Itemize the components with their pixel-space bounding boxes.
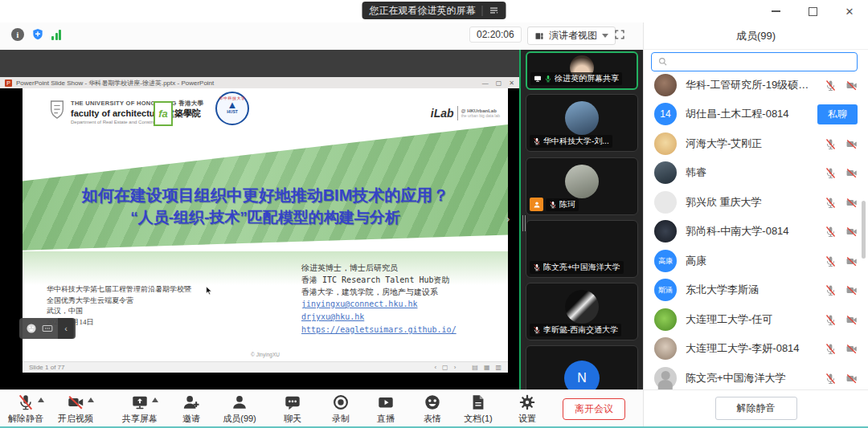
mic-muted-icon bbox=[825, 373, 837, 385]
video-tile[interactable]: 李昕懿-西南交通大学 bbox=[526, 283, 638, 340]
member-name: 郭兴欣 重庆大学 bbox=[686, 195, 762, 210]
video-tile[interactable]: 陈文亮+中国海洋大学 bbox=[526, 220, 638, 278]
minimize-button[interactable] bbox=[757, 0, 794, 22]
presentation-slide: THE UNIVERSITY OF HONG KONG 香港大學 faculty… bbox=[23, 88, 508, 361]
camera-off-icon bbox=[845, 197, 858, 209]
member-row[interactable]: 郭尚科-中南大学-0814 bbox=[644, 217, 868, 246]
member-status-icons bbox=[825, 284, 858, 296]
hku-faculty: faculty of architecture 建築學院 bbox=[71, 108, 203, 120]
tile-label: 徐进英的屏幕共享 bbox=[530, 72, 622, 85]
email-link[interactable]: jinyingxu@connect.hku.hk bbox=[301, 298, 457, 311]
camera-off-icon bbox=[67, 393, 84, 411]
chevron-up-icon[interactable] bbox=[38, 397, 44, 402]
avatar: 14 bbox=[654, 103, 677, 125]
collapse-toolbar-handle[interactable]: ‹ bbox=[58, 318, 74, 339]
member-status-icons bbox=[825, 343, 858, 355]
mic-muted-icon bbox=[825, 167, 837, 179]
banner-menu-icon[interactable] bbox=[489, 6, 499, 15]
view-grid-icon[interactable]: ▦ bbox=[484, 364, 490, 371]
prev-slide-icon[interactable]: ‹ bbox=[434, 364, 436, 371]
mic-muted-icon bbox=[17, 393, 35, 411]
member-status-icons bbox=[825, 314, 858, 326]
ilab-name: iLab bbox=[431, 107, 454, 120]
slide-title-line2: “人员-组织-技术”匹配模型的构建与分析 bbox=[23, 207, 508, 228]
info-icon[interactable]: i bbox=[11, 28, 24, 41]
member-row[interactable]: 郭兴欣 重庆大学 bbox=[644, 188, 868, 217]
tile-label: 华中科技大学-刘... bbox=[530, 135, 612, 148]
next-slide-icon[interactable]: › bbox=[454, 364, 457, 371]
emoji-tool-icon[interactable] bbox=[26, 323, 37, 334]
unmute-all-button[interactable]: 解除静音 bbox=[715, 397, 797, 420]
toolbar-live-button[interactable]: 直播 bbox=[368, 393, 403, 425]
video-tile[interactable]: 华中科技大学-刘... bbox=[526, 94, 638, 152]
toolbar-emoji-button[interactable]: 表情 bbox=[415, 393, 450, 425]
camera-off-icon bbox=[845, 314, 858, 326]
members-panel-footer: 解除静音 bbox=[643, 389, 868, 426]
search-input[interactable] bbox=[673, 56, 851, 67]
avatar bbox=[654, 191, 677, 214]
chevron-up-icon[interactable] bbox=[88, 397, 94, 402]
keyboard-tool-icon[interactable] bbox=[42, 323, 53, 334]
bottom-toolbar: 解除静音 开启视频 共享屏幕 邀请 成员(99) 聊天 录制 直播 bbox=[0, 389, 643, 428]
member-row[interactable]: 大连理工大学-李妍-0814 bbox=[644, 334, 868, 363]
toolbar-docs-button[interactable]: 文档(1) bbox=[458, 393, 498, 425]
mic-muted-icon bbox=[825, 138, 837, 150]
toolbar-unmute-button[interactable]: 解除静音 bbox=[5, 393, 47, 425]
event-line: 全国优秀大学生云端夏令营 bbox=[47, 296, 191, 307]
member-search-box[interactable] bbox=[651, 52, 858, 71]
member-row[interactable]: 斯涵 东北大学李斯涵 bbox=[644, 275, 868, 304]
website-link[interactable]: https://eagletsuimars.github.io/ bbox=[301, 324, 457, 336]
hust-seal-sub: HUST bbox=[217, 109, 248, 114]
member-row[interactable]: 河海大学-艾刚正 bbox=[644, 129, 868, 158]
toolbar-members-button[interactable]: 成员(99) bbox=[217, 393, 262, 425]
shield-icon[interactable] bbox=[31, 28, 44, 41]
maximize-button[interactable] bbox=[794, 0, 831, 22]
member-name: 郭尚科-中南大学-0814 bbox=[686, 224, 789, 238]
view-normal-icon[interactable]: ▤ bbox=[472, 364, 478, 371]
video-tile[interactable]: 陈珂 bbox=[526, 157, 638, 215]
annotation-toolbar: ‹ bbox=[19, 318, 76, 339]
toolbar-chat-button[interactable]: 聊天 bbox=[275, 393, 310, 425]
network-signal-icon[interactable] bbox=[51, 30, 61, 40]
close-button[interactable]: ✕ bbox=[831, 0, 868, 22]
email-link[interactable]: drjyxu@hku.hk bbox=[301, 311, 457, 324]
slide-menu-icon[interactable]: ▢ bbox=[442, 364, 448, 371]
tile-name: 陈文亮+中国海洋大学 bbox=[543, 262, 620, 273]
avatar bbox=[654, 308, 677, 331]
view-mode-button[interactable]: 演讲者视图 bbox=[527, 26, 616, 45]
toolbar-invite-button[interactable]: 邀请 bbox=[174, 393, 209, 425]
private-chat-button[interactable]: 私聊 bbox=[817, 104, 858, 124]
member-row[interactable]: 华科-工管研究所-19级硕士-张佳乐 bbox=[644, 71, 868, 100]
toolbar-settings-button[interactable]: 设置 bbox=[510, 393, 545, 425]
scrollbar[interactable] bbox=[862, 201, 866, 259]
chevron-up-icon[interactable] bbox=[152, 397, 158, 402]
fullscreen-button[interactable] bbox=[614, 29, 625, 40]
speaker-line: 香港 ITC Research Talent Hub资助 bbox=[301, 274, 457, 286]
mic-muted-icon bbox=[533, 326, 541, 334]
member-row[interactable]: 陈文亮+中国海洋大学 bbox=[644, 364, 868, 389]
member-row[interactable]: 大连理工大学-任可 bbox=[644, 305, 868, 334]
toolbar-start-video-button[interactable]: 开启视频 bbox=[55, 393, 96, 425]
leave-meeting-button[interactable]: 离开会议 bbox=[563, 398, 625, 420]
toolbar-record-button[interactable]: 录制 bbox=[323, 393, 358, 425]
view-read-icon[interactable]: ▥ bbox=[495, 364, 502, 371]
mic-muted-icon bbox=[549, 201, 557, 209]
tile-name: 华中科技大学-刘... bbox=[543, 136, 609, 147]
person-icon bbox=[231, 393, 248, 411]
invite-person-icon bbox=[182, 393, 200, 411]
toolbar-share-screen-button[interactable]: 共享屏幕 bbox=[117, 393, 162, 425]
member-row[interactable]: 韩睿 bbox=[644, 158, 868, 187]
mic-on-icon bbox=[544, 75, 552, 83]
mic-muted-icon bbox=[825, 226, 837, 238]
hku-crest-icon bbox=[48, 100, 66, 120]
member-row[interactable]: 14 胡仕昌-土木工程-0814 私聊 bbox=[644, 100, 868, 128]
video-tile-sharer[interactable]: 徐进英的屏幕共享 bbox=[526, 51, 638, 90]
screen-share-icon bbox=[534, 75, 542, 83]
camera-off-icon bbox=[845, 373, 858, 385]
video-thumbnail-strip: 徐进英的屏幕共享 华中科技大学-刘... 陈珂 陈文亮+中国海洋大学 bbox=[521, 50, 643, 389]
member-row[interactable]: 高康 高康 bbox=[644, 247, 868, 275]
role-badge-icon bbox=[530, 198, 543, 211]
shared-screen-area: P PowerPoint Slide Show - 华科暑期学校讲座-徐进英.p… bbox=[0, 50, 521, 389]
ppt-maximize-icon: ▢ bbox=[496, 79, 502, 87]
avatar: 斯涵 bbox=[654, 279, 677, 301]
